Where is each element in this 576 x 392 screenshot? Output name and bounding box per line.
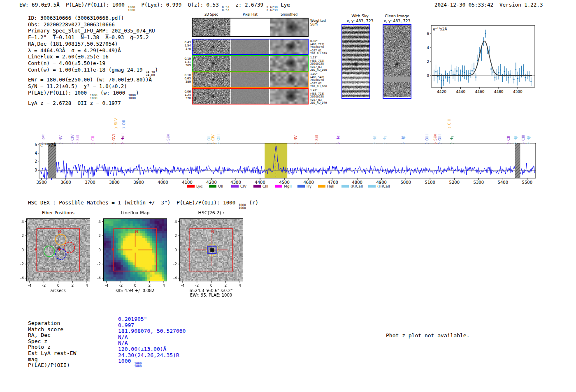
compass-east: E [188,248,190,252]
spec2d-image [270,89,308,104]
match-row-value: 181.908070, 50.527060 [118,328,186,334]
spec2d-image [193,19,230,36]
emission-line-label: CIII [447,119,451,125]
spec2d-row [192,18,309,37]
svg-text:e⁻¹⁷x2Å: e⁻¹⁷x2Å [433,27,448,31]
match-row-value: 120.00(±13.00)Å [118,346,186,353]
svg-text:4000: 4000 [158,180,168,185]
svg-text:-2: -2 [20,262,24,266]
svg-text:4: 4 [21,220,24,224]
match-row-value: 0.201905" [118,316,186,322]
info-line: Cont(w) = 1.00(±0.11)e-18 (gmag 24.19 24… [28,67,158,77]
svg-text:2: 2 [98,234,101,238]
match-row-value: N/A [118,340,186,346]
emission-line-label: OIII [425,135,429,141]
spec2d-row-right-labels: 0.50"(483, 723)20200228v027_01202_RU_079 [310,40,335,56]
svg-text:-2: -2 [97,262,101,266]
spec2d-image [270,72,308,87]
emission-line-label: OIII [216,135,221,141]
svg-text:5100: 5100 [425,180,435,185]
svg-text:-4: -4 [20,276,24,280]
emission-line-label: CIV [70,134,74,141]
info-line: EWr = 180.00(±250.00) (w: 70.00(±9.80))Å [28,77,158,83]
svg-text:2: 2 [21,234,24,238]
spec2d-image [193,39,230,54]
stacked-fraction: 24.3024.08 [146,71,155,77]
info-line: RA,Dec (181.908157,50.527054) [28,41,158,47]
svg-text:-2: -2 [42,283,46,288]
info-line: ID: 3006310666 (3006310666.pdf) [28,15,158,21]
spec2d-row [192,39,309,55]
panel-xlabel: EWr: 95. PLAE: 1000 [190,293,232,297]
info-line: Obs: 20200228v027_3006310666 [28,21,158,28]
svg-text:2: 2 [71,283,74,288]
emission-line-label: Hβ [527,135,531,141]
svg-text:6: 6 [35,142,37,147]
svg-text:5000: 5000 [401,180,411,185]
match-row-label: mag [28,357,76,363]
svg-text:4500: 4500 [513,90,523,94]
svg-text:0: 0 [210,283,213,288]
emission-line-label: Hγ [383,135,387,141]
emission-line-label: Hδ [373,135,377,141]
svg-text:4: 4 [86,283,88,288]
svg-text:4: 4 [174,220,177,224]
clean-image [383,25,411,97]
emission-line-label: CII [91,136,95,141]
emission-line-label: CIII [521,135,525,141]
svg-text:4200: 4200 [206,180,216,185]
emission-line-label: OII [122,120,126,125]
match-table-labels: SeparationMatch scoreRA, DecSpec zPhoto … [28,320,76,369]
spec2d-header-pixelflat: Pixel Flat [231,13,270,16]
spec2d-image [231,39,269,54]
svg-text:4300: 4300 [230,180,241,185]
report-meta: 2024-12-30 05:33:42 Version 1.22.3 [434,2,543,8]
svg-text:4100: 4100 [182,180,192,185]
spec2d-row-left-labels: 0.061.24370 [180,90,191,100]
legend-entry: (H)CaII [377,184,390,188]
spec2d-image [231,72,269,87]
svg-text:2: 2 [224,283,227,288]
spec2d-image [231,89,269,104]
svg-text:0: 0 [427,74,429,78]
info-line: λ = 4464.93Å σ = 4.29(±0.49)Å [28,47,158,54]
match-row-label: Separation [28,320,76,327]
spec2d-image [193,89,230,104]
spec2d-row [192,88,309,104]
emission-line-label: NV [294,135,298,141]
svg-text:3700: 3700 [85,180,95,185]
svg-text:5500: 5500 [522,180,532,185]
emission-line-label: SiIV [166,133,170,141]
svg-text:-2: -2 [173,262,177,266]
legend-entry: Hγ [307,184,312,188]
emission-line-label: NV [59,135,63,141]
emission-line-label: CIV [211,134,215,141]
emission-line-label: HeII [336,133,340,141]
stacked-fraction: 0.530.53 [222,6,229,12]
emission-line-label: OVI [112,134,116,141]
line-fit-inset: 442044404460448045000246e⁻¹⁷x2Å [426,20,541,99]
svg-text:4440: 4440 [456,90,465,94]
svg-text:2: 2 [35,159,37,164]
panel-xlabel: s/b: 4.94 +/- 0.082 [116,288,154,293]
legend-entry: MgII [284,184,292,188]
spec2d-row-right-labels: 1.45"(483, 723)20200228v027_03202_RU_079 [310,89,335,105]
panel-xlabel: m:24.3 re:0.6" s:0.2" [190,288,233,293]
svg-text:-4: -4 [97,276,101,280]
clean-image-coords: x, y: 483, 723 [374,19,420,23]
spec2d-row-right-labels: WeightedSum [310,19,335,26]
compass-east: E [111,248,114,252]
match-row-label: P(LAE)/P(OII) [28,362,76,369]
svg-text:4: 4 [98,220,101,224]
clean-image-title: Clean Image [374,14,420,18]
emission-line-label: OIII [438,135,442,141]
spec2d-image [231,19,269,36]
emission-line-label: SiII [315,135,319,141]
svg-text:-2: -2 [119,283,123,288]
spec2d-header-smoothed: Smoothed [269,13,309,16]
spec2d-image [270,39,308,54]
svg-text:4480: 4480 [494,90,504,94]
with-sky-panel [341,24,370,99]
svg-text:-4: -4 [28,283,31,288]
info-line: F=1.2" T̅=0.101 N̅=1.38 A̅=0.93 g̅=25.2 [28,34,158,41]
